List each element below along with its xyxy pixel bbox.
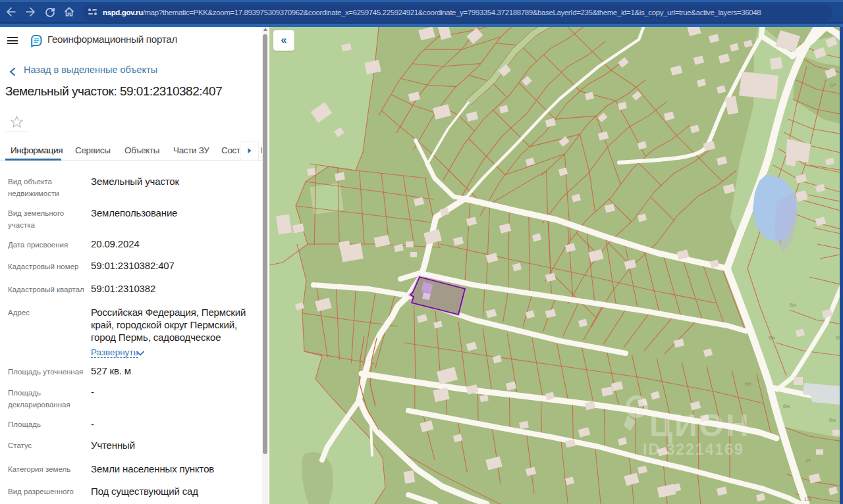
svg-text:ID 32214169: ID 32214169 (643, 441, 744, 458)
svg-text:14: 14 (805, 458, 811, 463)
svg-text:б/н: б/н (790, 303, 796, 307)
svg-text:б/н: б/н (769, 336, 775, 340)
svg-text:б/н: б/н (745, 382, 751, 386)
svg-text:ЦИОН: ЦИОН (649, 408, 751, 443)
svg-text:б/н: б/н (829, 418, 836, 422)
svg-text:б/н: б/н (783, 404, 790, 409)
svg-text:100: 100 (804, 497, 812, 501)
